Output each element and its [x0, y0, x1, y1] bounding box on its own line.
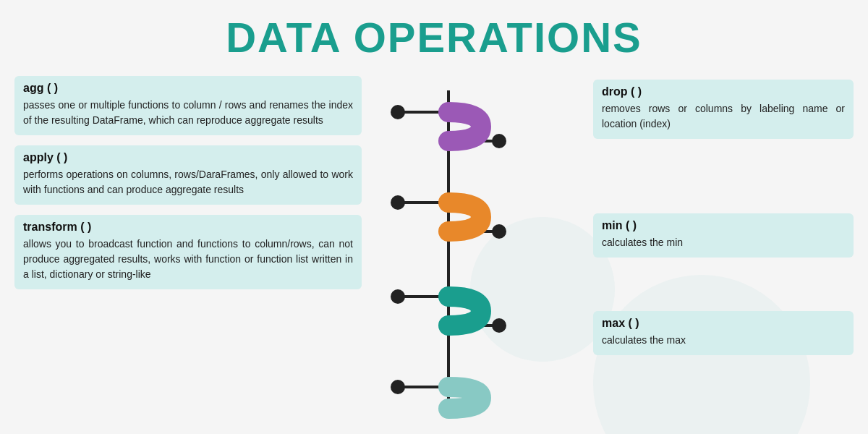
card-transform-title: transform ( ) [23, 221, 353, 234]
card-transform: transform ( ) allows you to broadcast fu… [14, 215, 362, 289]
left-cards: agg ( ) passes one or multiple functions… [0, 69, 376, 434]
card-apply-title: apply ( ) [23, 151, 353, 164]
card-apply: apply ( ) performs operations on columns… [14, 145, 362, 205]
card-drop-title: drop ( ) [602, 85, 845, 98]
connector-svg [354, 69, 542, 434]
card-min-body: calculates the min [602, 235, 845, 250]
card-min-title: min ( ) [602, 219, 845, 232]
card-apply-body: performs operations on columns, rows/Dar… [23, 167, 353, 197]
card-min: min ( ) calculates the min [593, 213, 854, 258]
card-agg-title: agg ( ) [23, 82, 353, 95]
card-transform-body: allows you to broadcast function and fun… [23, 237, 353, 282]
page-title: DATA OPERATIONS [0, 0, 868, 69]
content-area: agg ( ) passes one or multiple functions… [0, 69, 868, 434]
card-max-title: max ( ) [602, 317, 845, 330]
card-max-body: calculates the max [602, 333, 845, 348]
card-agg: agg ( ) passes one or multiple functions… [14, 76, 362, 135]
card-drop-body: removes rows or columns by labeling name… [602, 101, 845, 132]
card-drop: drop ( ) removes rows or columns by labe… [593, 80, 854, 139]
card-agg-body: passes one or multiple functions to colu… [23, 98, 353, 128]
card-max: max ( ) calculates the max [593, 311, 854, 355]
